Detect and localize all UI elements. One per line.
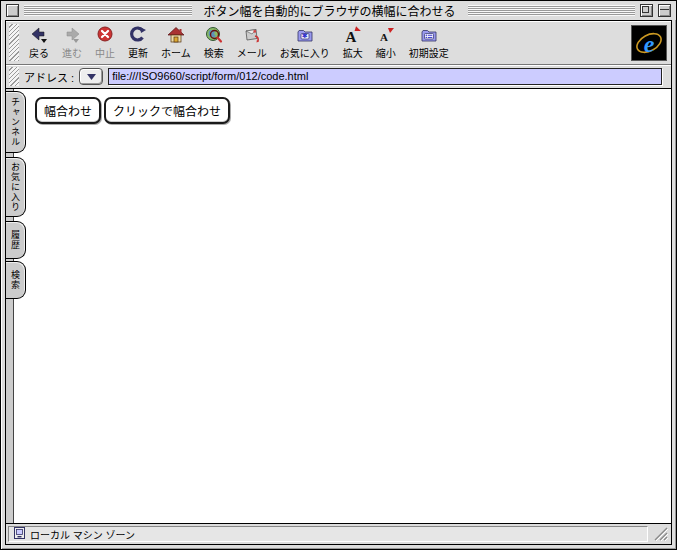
toolbar: 戻る 進む 中止 更新 <box>6 21 671 65</box>
back-button[interactable]: 戻る <box>26 25 52 61</box>
stop-button[interactable]: 中止 <box>92 25 118 61</box>
sidebar-tab-history[interactable]: 履歴 <box>6 221 26 259</box>
window-title: ボタン幅を自動的にブラウザの横幅に合わせる <box>197 2 463 19</box>
zoom-out-button[interactable]: A 縮小 <box>373 25 399 61</box>
preferences-button[interactable]: 初期設定 <box>406 25 452 61</box>
svg-text:e: e <box>644 31 655 57</box>
zoom-in-icon: A <box>344 26 362 44</box>
resize-grip[interactable] <box>651 524 671 544</box>
svg-text:A: A <box>345 29 356 44</box>
close-box[interactable] <box>6 4 19 17</box>
addressbar-grab-handle[interactable] <box>9 67 19 86</box>
zoom-in-button[interactable]: A 拡大 <box>340 25 366 61</box>
back-icon <box>30 26 48 44</box>
address-bar: アドレス : file:///ISO9660/script/form/012/c… <box>6 65 671 89</box>
svg-text:A: A <box>380 31 388 43</box>
status-bar: ローカル マシン ゾーン <box>6 523 671 544</box>
browser-window: ボタン幅を自動的にブラウザの横幅に合わせる 戻る 進む <box>0 0 677 550</box>
refresh-button[interactable]: 更新 <box>125 25 151 61</box>
title-bar[interactable]: ボタン幅を自動的にブラウザの横幅に合わせる <box>1 1 676 20</box>
internet-explorer-logo: e <box>631 25 667 61</box>
address-label: アドレス : <box>24 69 74 85</box>
home-button[interactable]: ホーム <box>158 25 194 61</box>
zoom-box[interactable] <box>640 4 653 17</box>
click-fit-width-button[interactable]: クリックで幅合わせ <box>104 97 230 124</box>
home-icon <box>167 26 185 44</box>
titlebar-stripes <box>24 5 192 16</box>
svg-text:✱: ✱ <box>302 32 308 39</box>
forward-icon <box>63 26 81 44</box>
favorites-button[interactable]: ✱ お気に入り <box>277 25 333 61</box>
forward-button[interactable]: 進む <box>59 25 85 61</box>
sidebar-tab-favorites[interactable]: お気に入り <box>6 157 26 217</box>
form-button-row: 幅合わせ クリックで幅合わせ <box>35 97 671 124</box>
chevron-down-icon <box>87 74 96 80</box>
toolbar-grab-handle[interactable] <box>9 24 19 61</box>
client-area: 戻る 進む 中止 更新 <box>5 20 672 545</box>
mail-button[interactable]: メール <box>234 25 270 61</box>
search-icon <box>205 26 223 44</box>
address-dropdown-button[interactable] <box>79 68 103 85</box>
titlebar-stripes <box>468 5 636 16</box>
stop-icon <box>96 26 114 44</box>
favorites-icon: ✱ <box>296 26 314 44</box>
mail-icon <box>243 26 261 44</box>
address-input[interactable]: file:///ISO9660/script/form/012/code.htm… <box>108 68 662 85</box>
zoom-out-icon: A <box>377 26 395 44</box>
security-zone-icon <box>14 527 25 541</box>
explorer-bar-strip <box>6 89 14 523</box>
search-button[interactable]: 検索 <box>201 25 227 61</box>
collapse-box[interactable] <box>658 4 671 17</box>
document-area: 幅合わせ クリックで幅合わせ <box>14 89 671 523</box>
preferences-icon <box>420 26 438 44</box>
status-field: ローカル マシン ゾーン <box>8 526 648 542</box>
fit-width-button[interactable]: 幅合わせ <box>35 97 101 124</box>
sidebar-tab-channels[interactable]: チャンネル <box>6 91 26 153</box>
refresh-icon <box>129 26 147 44</box>
sidebar-tab-search[interactable]: 検索 <box>6 261 26 299</box>
page-content: チャンネル お気に入り 履歴 検索 幅合わせ クリックで幅合わせ <box>6 89 671 523</box>
status-text: ローカル マシン ゾーン <box>30 527 135 542</box>
